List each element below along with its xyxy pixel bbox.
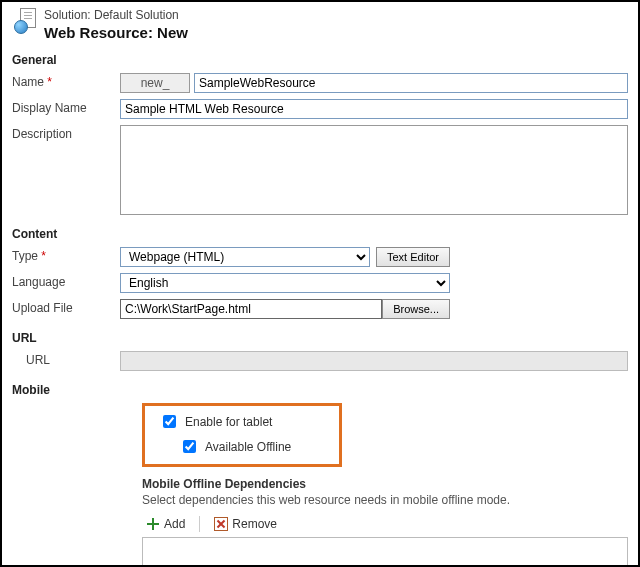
plus-icon [146, 517, 160, 531]
section-mobile: Mobile [12, 383, 628, 397]
browse-button[interactable]: Browse... [382, 299, 450, 319]
label-language: Language [12, 273, 120, 289]
solution-line: Solution: Default Solution [44, 8, 188, 22]
label-type: Type [12, 249, 38, 263]
add-label: Add [164, 517, 185, 531]
url-readonly [120, 351, 628, 371]
description-textarea[interactable] [120, 125, 628, 215]
mobile-highlight-box: Enable for tablet Available Offline [142, 403, 342, 467]
type-select[interactable]: Webpage (HTML) [120, 247, 370, 267]
add-button[interactable]: Add [142, 517, 189, 531]
text-editor-button[interactable]: Text Editor [376, 247, 450, 267]
remove-icon [214, 517, 228, 531]
web-resource-icon [14, 8, 38, 34]
remove-label: Remove [232, 517, 277, 531]
section-url: URL [12, 331, 628, 345]
deps-text: Select dependencies this web resource ne… [142, 493, 628, 507]
remove-button[interactable]: Remove [210, 517, 281, 531]
display-name-input[interactable] [120, 99, 628, 119]
name-prefix-box: new_ [120, 73, 190, 93]
label-url: URL [12, 351, 120, 367]
upload-path-input[interactable] [120, 299, 382, 319]
enable-tablet-checkbox[interactable] [163, 415, 176, 428]
deps-list[interactable] [142, 537, 628, 567]
available-offline-label: Available Offline [205, 440, 291, 454]
section-general: General [12, 53, 628, 67]
label-display-name: Display Name [12, 99, 120, 115]
enable-tablet-label: Enable for tablet [185, 415, 272, 429]
label-upload-file: Upload File [12, 299, 120, 315]
label-name: Name [12, 75, 44, 89]
available-offline-checkbox[interactable] [183, 440, 196, 453]
section-content: Content [12, 227, 628, 241]
language-select[interactable]: English [120, 273, 450, 293]
name-input[interactable] [194, 73, 628, 93]
toolbar-separator [199, 516, 200, 532]
required-mark: * [41, 249, 46, 263]
required-mark: * [47, 75, 52, 89]
label-description: Description [12, 125, 120, 141]
page-title: Web Resource: New [44, 24, 188, 41]
deps-title: Mobile Offline Dependencies [142, 477, 628, 491]
